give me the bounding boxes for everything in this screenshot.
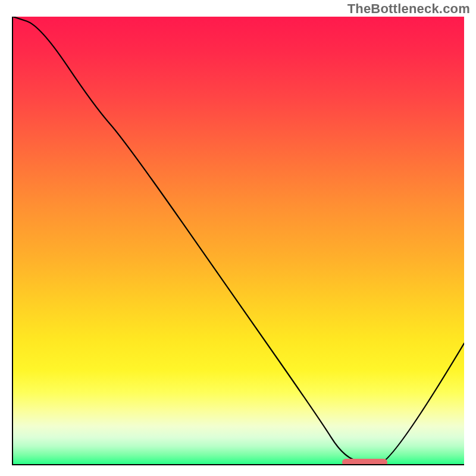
plot-area: [13, 17, 464, 464]
curve-svg: [13, 17, 464, 464]
optimal-range-marker: [342, 459, 387, 464]
plot-outer: [12, 17, 464, 465]
watermark-text: TheBottleneck.com: [347, 1, 470, 17]
x-axis-line: [12, 464, 464, 465]
chart-container: TheBottleneck.com: [0, 0, 476, 476]
bottleneck-curve: [13, 17, 464, 464]
